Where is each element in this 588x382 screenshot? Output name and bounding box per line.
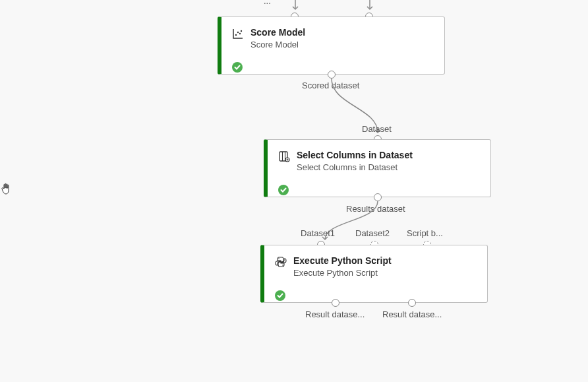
- svg-point-0: [235, 34, 237, 36]
- success-check-icon: [275, 290, 285, 301]
- node-header: Execute Python Script Execute Python Scr…: [275, 255, 477, 278]
- svg-point-11: [282, 265, 283, 266]
- port-label-dataset: Dataset: [362, 124, 392, 134]
- node-select-columns[interactable]: Select Columns in Dataset Select Columns…: [264, 139, 491, 197]
- node-title: Score Model: [250, 26, 305, 39]
- scatter-chart-icon: [232, 28, 244, 40]
- python-icon: [275, 256, 287, 268]
- port-label-script-bundle: Script b...: [407, 228, 443, 238]
- svg-point-10: [278, 258, 279, 259]
- node-subtitle: Execute Python Script: [293, 267, 392, 279]
- svg-point-1: [237, 32, 239, 33]
- pipeline-canvas[interactable]: ... Score Model Score Model: [0, 0, 588, 382]
- port-label-dataset2: Dataset2: [355, 228, 390, 238]
- node-header: Select Columns in Dataset Select Columns…: [278, 149, 480, 173]
- node-title: Select Columns in Dataset: [297, 149, 413, 162]
- port-output-results-dataset[interactable]: [374, 193, 382, 201]
- node-execute-python[interactable]: Execute Python Script Execute Python Scr…: [260, 245, 488, 303]
- edge-into-score-2: [365, 0, 374, 13]
- port-label-result-dataset1: Result datase...: [305, 309, 365, 319]
- port-label-dataset1: Dataset1: [301, 228, 335, 238]
- hand-cursor-icon: [0, 182, 13, 199]
- port-label-result-dataset2: Result datase...: [382, 309, 442, 319]
- node-subtitle: Select Columns in Dataset: [297, 162, 413, 174]
- port-output-result-dataset1[interactable]: [332, 299, 339, 307]
- port-output-scored-dataset[interactable]: [328, 71, 336, 79]
- node-title: Execute Python Script: [293, 255, 392, 267]
- port-label-trained-model: ...: [264, 0, 271, 6]
- port-output-result-dataset2[interactable]: [408, 299, 416, 307]
- node-header: Score Model Score Model: [232, 26, 434, 50]
- svg-point-3: [241, 30, 242, 32]
- columns-icon: [278, 150, 290, 162]
- edge-into-score-1: [291, 0, 300, 13]
- success-check-icon: [232, 62, 243, 73]
- success-check-icon: [278, 185, 289, 195]
- svg-point-2: [239, 33, 241, 34]
- node-score-model[interactable]: Score Model Score Model: [218, 16, 445, 75]
- node-subtitle: Score Model: [250, 39, 305, 51]
